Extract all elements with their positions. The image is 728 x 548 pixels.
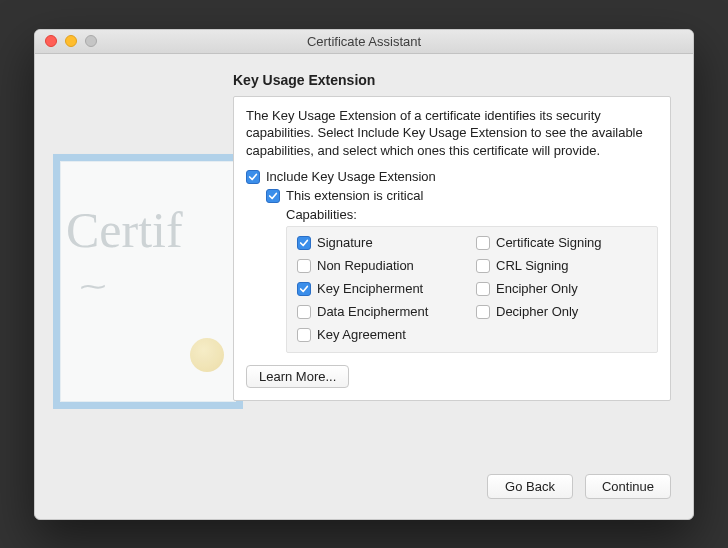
capability-decipher-only[interactable]: Decipher Only	[476, 304, 647, 319]
include-kue-label: Include Key Usage Extension	[266, 169, 436, 184]
signature-checkbox[interactable]	[297, 236, 311, 250]
go-back-button[interactable]: Go Back	[487, 474, 573, 499]
capability-key-encipherment[interactable]: Key Encipherment	[297, 281, 468, 296]
capability-signature[interactable]: Signature	[297, 235, 468, 250]
crl-signing-checkbox[interactable]	[476, 259, 490, 273]
capabilities-box: Signature Certificate Signing Non Repudi…	[286, 226, 658, 353]
capability-crl-signing[interactable]: CRL Signing	[476, 258, 647, 273]
learn-more-button[interactable]: Learn More...	[246, 365, 349, 388]
continue-button[interactable]: Continue	[585, 474, 671, 499]
page-heading: Key Usage Extension	[233, 72, 671, 88]
content-area: Certif ⁓ Key Usage Extension The Key Usa…	[35, 54, 693, 474]
data-encipherment-checkbox[interactable]	[297, 305, 311, 319]
encipher-only-checkbox[interactable]	[476, 282, 490, 296]
close-icon[interactable]	[45, 35, 57, 47]
include-kue-checkbox[interactable]	[246, 170, 260, 184]
non-repudiation-checkbox[interactable]	[297, 259, 311, 273]
capabilities-label: Capabilities:	[286, 207, 658, 222]
key-encipherment-checkbox[interactable]	[297, 282, 311, 296]
key-agreement-checkbox[interactable]	[297, 328, 311, 342]
zoom-icon	[85, 35, 97, 47]
capability-key-agreement[interactable]: Key Agreement	[297, 327, 468, 342]
capability-data-encipherment[interactable]: Data Encipherment	[297, 304, 468, 319]
minimize-icon[interactable]	[65, 35, 77, 47]
capability-cert-signing[interactable]: Certificate Signing	[476, 235, 647, 250]
include-kue-row[interactable]: Include Key Usage Extension	[246, 169, 658, 184]
critical-row[interactable]: This extension is critical	[266, 188, 658, 203]
cert-signing-checkbox[interactable]	[476, 236, 490, 250]
critical-checkbox[interactable]	[266, 189, 280, 203]
capability-non-repudiation[interactable]: Non Repudiation	[297, 258, 468, 273]
decipher-only-checkbox[interactable]	[476, 305, 490, 319]
assistant-window: Certificate Assistant Certif ⁓ Key Usage…	[34, 29, 694, 520]
certificate-illustration: Certif ⁓	[53, 154, 243, 409]
window-title: Certificate Assistant	[35, 34, 693, 49]
footer: Go Back Continue	[35, 474, 693, 519]
window-controls	[35, 35, 97, 47]
form-frame: The Key Usage Extension of a certificate…	[233, 96, 671, 402]
seal-icon	[190, 338, 224, 372]
titlebar: Certificate Assistant	[35, 30, 693, 54]
description-text: The Key Usage Extension of a certificate…	[246, 107, 658, 160]
capability-encipher-only[interactable]: Encipher Only	[476, 281, 647, 296]
critical-label: This extension is critical	[286, 188, 423, 203]
